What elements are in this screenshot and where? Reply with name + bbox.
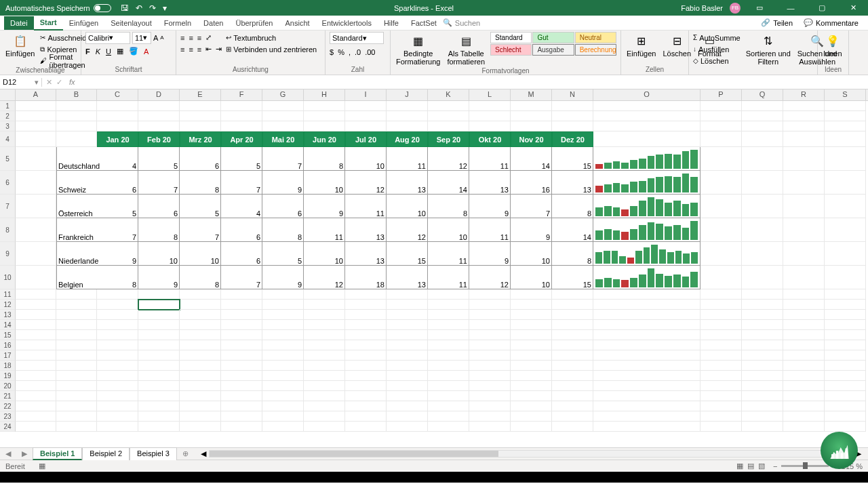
cell[interactable] <box>701 401 742 411</box>
cell[interactable] <box>469 411 511 422</box>
cell[interactable] <box>742 218 783 242</box>
sparkline-cell[interactable] <box>593 242 701 266</box>
cell[interactable] <box>262 422 304 432</box>
cell[interactable] <box>825 330 866 340</box>
data-cell[interactable]: 15 <box>552 266 593 289</box>
cell[interactable] <box>593 422 701 432</box>
sheet-tab[interactable]: Beispiel 1 <box>33 447 82 460</box>
cell[interactable] <box>825 391 866 401</box>
month-header[interactable]: Dez 20 <box>552 131 593 147</box>
cell[interactable] <box>428 411 469 422</box>
cell[interactable] <box>742 330 783 340</box>
row-header-14[interactable]: 14 <box>0 320 16 330</box>
increase-font-icon[interactable]: A <box>153 34 158 42</box>
cell[interactable] <box>552 381 593 391</box>
cell[interactable] <box>387 320 428 330</box>
cell[interactable] <box>262 111 304 121</box>
cell[interactable] <box>701 371 742 381</box>
cell[interactable] <box>345 340 387 350</box>
font-name-select[interactable]: Calibri ▾ <box>85 32 130 44</box>
cell[interactable] <box>138 391 180 401</box>
merge-center-button[interactable]: ⊞ Verbinden und zentrieren <box>226 43 317 55</box>
cell[interactable] <box>742 411 783 422</box>
cell[interactable] <box>56 371 97 381</box>
cell[interactable] <box>221 101 262 111</box>
cell[interactable] <box>428 111 469 121</box>
cell[interactable] <box>825 422 866 432</box>
row-header-1[interactable]: 1 <box>0 101 16 111</box>
cell[interactable] <box>345 350 387 361</box>
cell[interactable] <box>56 320 97 330</box>
border-button[interactable]: ▦ <box>117 47 123 56</box>
cell[interactable] <box>56 391 97 401</box>
cell[interactable] <box>593 391 701 401</box>
cell[interactable] <box>783 171 825 195</box>
cell[interactable] <box>783 121 825 131</box>
cell[interactable] <box>262 361 304 371</box>
cell[interactable] <box>783 242 825 266</box>
cell[interactable] <box>742 147 783 171</box>
cell[interactable] <box>262 401 304 411</box>
cell[interactable] <box>511 422 552 432</box>
cell[interactable] <box>742 131 783 147</box>
data-cell[interactable]: 9 <box>469 242 511 266</box>
cell[interactable] <box>825 350 866 361</box>
cell[interactable] <box>387 310 428 320</box>
cell[interactable] <box>428 330 469 340</box>
cell[interactable] <box>825 218 866 242</box>
cell[interactable] <box>701 195 742 218</box>
cell[interactable] <box>138 401 180 411</box>
data-cell[interactable]: 8 <box>428 195 469 218</box>
cell[interactable] <box>180 391 221 401</box>
cell[interactable] <box>825 242 866 266</box>
align-top-icon[interactable]: ≡ <box>180 34 184 42</box>
cell[interactable] <box>16 381 56 391</box>
user-name[interactable]: Fabio Basler <box>681 4 723 12</box>
cell[interactable] <box>593 289 701 300</box>
cell[interactable] <box>783 218 825 242</box>
data-cell[interactable]: 12 <box>345 171 387 195</box>
cell[interactable] <box>469 330 511 340</box>
cell[interactable] <box>16 131 56 147</box>
sparkline-cell[interactable] <box>593 171 701 195</box>
cell[interactable] <box>701 218 742 242</box>
cell[interactable] <box>180 350 221 361</box>
cell[interactable] <box>97 320 138 330</box>
cell[interactable] <box>56 310 97 320</box>
cell[interactable] <box>825 411 866 422</box>
col-header-C[interactable]: C <box>97 89 138 100</box>
tab-formeln[interactable]: Formeln <box>158 16 197 30</box>
cell[interactable] <box>511 411 552 422</box>
data-cell[interactable]: 6 <box>262 195 304 218</box>
cell[interactable] <box>387 422 428 432</box>
cell[interactable] <box>221 401 262 411</box>
month-header[interactable]: Nov 20 <box>511 131 552 147</box>
cell[interactable] <box>304 101 345 111</box>
cell[interactable] <box>221 310 262 320</box>
cell[interactable] <box>262 330 304 340</box>
cell[interactable] <box>221 289 262 300</box>
data-cell[interactable]: 10 <box>304 171 345 195</box>
cell[interactable] <box>428 300 469 310</box>
cell[interactable] <box>428 391 469 401</box>
cell[interactable] <box>552 111 593 121</box>
cell[interactable] <box>783 391 825 401</box>
autosum-button[interactable]: Σ AutoSumme <box>693 32 741 43</box>
fill-color-button[interactable]: 🪣 <box>129 47 138 56</box>
cell[interactable] <box>138 320 180 330</box>
data-cell[interactable]: 5 <box>97 195 138 218</box>
cell[interactable] <box>825 266 866 289</box>
cell-style-ausgabe[interactable]: Ausgabe <box>532 44 574 56</box>
cell[interactable] <box>180 111 221 121</box>
decrease-decimal-icon[interactable]: .00 <box>365 48 375 56</box>
cell[interactable] <box>742 121 783 131</box>
cell[interactable] <box>701 391 742 401</box>
cell[interactable] <box>428 371 469 381</box>
cell[interactable] <box>387 111 428 121</box>
cell[interactable] <box>180 422 221 432</box>
cell[interactable] <box>428 289 469 300</box>
data-cell[interactable]: 15 <box>552 147 593 171</box>
cell[interactable] <box>511 289 552 300</box>
cell[interactable] <box>56 422 97 432</box>
col-header-B[interactable]: B <box>56 89 97 100</box>
